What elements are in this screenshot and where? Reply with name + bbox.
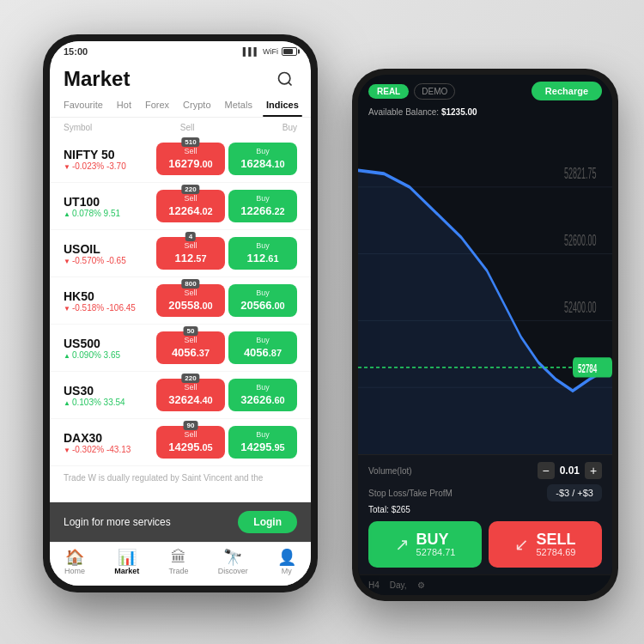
buy-price: 16284.10: [240, 157, 284, 170]
change-value: 0.078% 9.51: [72, 209, 120, 218]
spread-badge: 4: [185, 232, 196, 241]
market-list: NIFTY 50 -0.023% -3.70 510 Sell 16279.00: [50, 136, 311, 502]
table-row: US500 0.090% 3.65 50 Sell 4056.37: [50, 325, 311, 372]
buy-button[interactable]: Buy 20566.00: [228, 284, 297, 317]
total-label: Total:: [368, 505, 389, 514]
table-row: HK50 -0.518% -106.45 800 Sell 20558.00: [50, 277, 311, 325]
tf-h4[interactable]: H4: [368, 580, 380, 590]
tab-crypto[interactable]: Crypto: [179, 94, 214, 117]
tab-forex[interactable]: Forex: [142, 94, 173, 117]
table-header: Symbol Sell Buy: [50, 118, 311, 136]
nav-home-label: Home: [64, 567, 85, 575]
trade-buy-button[interactable]: ↗ BUY 52784.71: [368, 521, 482, 568]
tab-metals[interactable]: Metals: [222, 94, 256, 117]
buy-button[interactable]: Buy 112.61: [228, 237, 297, 270]
recharge-button[interactable]: Recharge: [532, 82, 602, 100]
spread-badge: 510: [181, 137, 199, 147]
trade-sell-button[interactable]: ↙ SELL 52784.69: [489, 521, 602, 568]
table-row: NIFTY 50 -0.023% -3.70 510 Sell 16279.00: [50, 136, 311, 183]
balance-label: Available Balance:: [368, 107, 439, 117]
tf-day[interactable]: Day,: [390, 580, 407, 590]
sell-price: 16279.00: [168, 157, 212, 170]
symbol-info: DAX30 -0.302% -43.13: [64, 431, 156, 454]
svg-point-11: [279, 73, 290, 84]
svg-text:52821.75: 52821.75: [564, 165, 597, 182]
battery-icon: [282, 47, 297, 56]
sell-price: 4056.37: [172, 346, 210, 359]
nav-market[interactable]: 📊 Market: [114, 550, 139, 575]
symbol-info: US500 0.090% 3.65: [64, 337, 156, 360]
sell-label: Sell: [165, 289, 216, 297]
volume-row: Volume(lot) − 0.01 +: [368, 462, 602, 479]
status-icons: ▌▌▌ WiFi: [243, 47, 297, 56]
symbol-info: NIFTY 50 -0.023% -3.70: [64, 148, 156, 171]
svg-text:52600.00: 52600.00: [564, 232, 597, 249]
home-icon: 🏠: [65, 550, 84, 565]
sell-button[interactable]: 510 Sell 16279.00: [156, 143, 225, 175]
signal-icon: ▌▌▌: [243, 47, 259, 56]
buy-button[interactable]: Buy 32626.60: [228, 379, 297, 411]
buy-label: BUY: [416, 532, 456, 547]
sell-button[interactable]: 220 Sell 12264.02: [156, 190, 225, 222]
tab-hot[interactable]: Hot: [113, 94, 135, 117]
price-buttons: 4 Sell 112.57 Buy 112.61: [156, 237, 297, 270]
sell-button[interactable]: 50 Sell 4056.37: [156, 331, 225, 364]
nav-home[interactable]: 🏠 Home: [64, 550, 85, 575]
mode-demo-btn[interactable]: DEMO: [414, 83, 455, 100]
nav-discover[interactable]: 🔭 Discover: [218, 550, 248, 575]
search-button[interactable]: [273, 67, 297, 91]
sell-price: 32624.40: [168, 393, 212, 406]
status-bar: 15:00 ▌▌▌ WiFi: [50, 41, 311, 60]
tab-indices[interactable]: Indices: [263, 94, 302, 117]
sell-button[interactable]: 90 Sell 14295.05: [156, 426, 225, 459]
nav-trade[interactable]: 🏛 Trade: [168, 550, 188, 575]
sl-label: Stop Loss/Take ProfM: [368, 489, 453, 498]
symbol-name: NIFTY 50: [64, 148, 156, 161]
symbol-info: USOIL -0.570% -0.65: [64, 242, 156, 265]
buy-button[interactable]: Buy 14295.95: [228, 426, 297, 459]
symbol-change: 0.078% 9.51: [64, 209, 156, 218]
up-arrow-icon: [64, 350, 70, 360]
tf-settings-icon[interactable]: ⚙: [417, 580, 425, 590]
tab-favourite[interactable]: Favourite: [60, 94, 106, 117]
phones-container: REAL DEMO Recharge Available Balance: $1…: [0, 0, 644, 644]
volume-decrease-btn[interactable]: −: [538, 462, 555, 479]
sell-button[interactable]: 4 Sell 112.57: [156, 237, 225, 270]
down-arrow-icon: [64, 256, 70, 265]
symbol-change: -0.570% -0.65: [64, 256, 156, 265]
sl-value: -$3 / +$3: [547, 484, 602, 501]
nav-my[interactable]: 👤 My: [277, 550, 296, 575]
spread-badge: 90: [184, 421, 198, 430]
buy-label: Buy: [237, 431, 289, 439]
buy-button[interactable]: Buy 4056.87: [228, 331, 297, 364]
symbol-name: USOIL: [64, 242, 156, 256]
market-tabs: Favourite Hot Forex Crypto Metals Indice…: [50, 94, 311, 118]
mode-real-btn[interactable]: REAL: [368, 84, 409, 99]
buy-button[interactable]: Buy 12266.22: [228, 190, 297, 222]
volume-control: − 0.01 +: [538, 462, 602, 479]
sell-price: 12264.02: [168, 204, 212, 217]
sell-label: Sell: [165, 337, 216, 344]
mode-switch: REAL DEMO: [368, 83, 455, 100]
sell-button[interactable]: 220 Sell 32624.40: [156, 379, 225, 411]
volume-value: 0.01: [560, 465, 580, 477]
symbol-change: 0.090% 3.65: [64, 350, 156, 360]
price-buttons: 50 Sell 4056.37 Buy 4056.87: [156, 331, 297, 364]
sell-arrow-icon: ↙: [514, 534, 529, 555]
sell-button[interactable]: 800 Sell 20558.00: [156, 284, 225, 317]
down-arrow-icon: [64, 303, 70, 313]
market-icon: 📊: [118, 550, 137, 565]
buy-label: Buy: [237, 384, 289, 392]
login-button[interactable]: Login: [238, 511, 297, 533]
time-display: 15:00: [64, 46, 88, 57]
sell-price: 14295.05: [168, 440, 212, 453]
down-arrow-icon: [64, 161, 70, 171]
login-prompt: Login for more services: [64, 516, 171, 528]
volume-label: Volume(lot): [368, 466, 412, 476]
buy-button[interactable]: Buy 16284.10: [228, 143, 297, 175]
col-sell: Sell: [180, 123, 195, 132]
table-row: US30 0.103% 33.54 220 Sell 32624.40: [50, 372, 311, 419]
volume-increase-btn[interactable]: +: [585, 462, 602, 479]
wifi-icon: WiFi: [263, 47, 278, 56]
buy-price: 14295.95: [240, 440, 284, 453]
